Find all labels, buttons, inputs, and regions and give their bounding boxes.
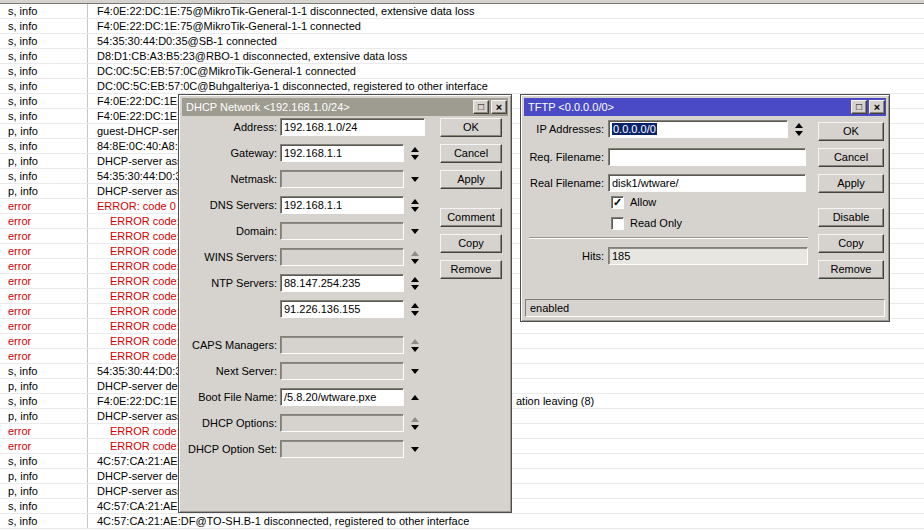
remove-button[interactable]: Remove [818, 260, 884, 279]
log-message-cell: ERROR code: [88, 259, 180, 273]
cancel-button[interactable]: Cancel [818, 148, 884, 167]
tftp-dialog: TFTP <0.0.0.0/0> □ × IP Addresses:0.0.0.… [520, 94, 890, 322]
log-message-cell: F4:0E:22:DC:1E: [88, 109, 180, 123]
dhcp-field-input[interactable] [280, 362, 404, 380]
dhcp-field-input[interactable]: 192.168.1.0/24 [280, 118, 425, 136]
dhcp-dialog-title: DHCP Network <192.168.1.0/24> [186, 101, 350, 113]
spin-up-down-button[interactable] [408, 414, 422, 432]
log-message-cell: DHCP-server ass [88, 484, 183, 498]
log-row[interactable]: s, infoF4:0E:22:DC:1E:75@MikroTik-Genera… [0, 19, 924, 34]
tftp-field-input[interactable] [608, 148, 806, 166]
close-button[interactable]: × [491, 100, 507, 114]
read-only-checkbox[interactable] [611, 217, 624, 230]
log-message-cell: DC:0C:5C:EB:57:0C@MikroTik-General-1 con… [88, 64, 356, 78]
dhcp-field-input[interactable] [280, 170, 404, 188]
spin-up-button[interactable] [408, 388, 422, 406]
up-arrow-icon [795, 123, 803, 128]
down-arrow-icon [411, 155, 419, 160]
dhcp-field-input[interactable] [280, 248, 404, 266]
dhcp-field-input[interactable]: 91.226.136.155 [280, 300, 404, 318]
log-message-cell: ERROR code: [88, 289, 180, 303]
dhcp-field-input[interactable]: /5.8.20/wtware.pxe [280, 388, 404, 406]
disable-button[interactable]: Disable [818, 208, 884, 227]
spin-up-down-button[interactable] [408, 336, 422, 354]
remove-button[interactable]: Remove [440, 260, 502, 279]
spin-up-down-button[interactable] [408, 196, 422, 214]
spin-up-down-button[interactable] [408, 144, 422, 162]
tftp-field-input[interactable]: 0.0.0.0/0 [608, 120, 788, 138]
dhcp-field-input[interactable]: 192.168.1.1 [280, 196, 404, 214]
ok-button[interactable]: OK [440, 118, 502, 137]
log-message-cell: DHCP-server ass [88, 409, 183, 423]
allow-checkbox[interactable]: ✓ [611, 196, 624, 209]
down-arrow-icon [411, 369, 419, 374]
log-message-cell: 4C:57:CA:21:AE: [88, 499, 181, 513]
field-label: Address: [185, 118, 277, 136]
log-row[interactable]: s, infoDC:0C:5C:EB:57:0C@Buhgalteriya-1 … [0, 79, 924, 94]
field-label: Next Server: [185, 362, 277, 380]
log-category-cell: error [0, 259, 88, 273]
log-row[interactable]: s, info4C:57:CA:21:AE:DF@TO-SH.B-1 disco… [0, 514, 924, 529]
close-icon: × [496, 102, 502, 112]
dropdown-button[interactable] [408, 170, 422, 188]
tftp-field-input[interactable]: disk1/wtware/ [608, 174, 806, 192]
tftp-status-bar: enabled [525, 299, 885, 317]
dhcp-field-input[interactable]: 192.168.1.1 [280, 144, 404, 162]
copy-button[interactable]: Copy [440, 234, 502, 253]
log-row[interactable]: s, infoD8:D1:CB:A3:B5:23@RBO-1 disconnec… [0, 49, 924, 64]
dhcp-field-input[interactable] [280, 440, 404, 458]
down-arrow-icon [411, 259, 419, 264]
dropdown-button[interactable] [408, 222, 422, 240]
down-arrow-icon [411, 177, 419, 182]
log-category-cell: error [0, 424, 88, 438]
field-label: Real Filename: [525, 174, 604, 192]
log-category-cell: s, info [0, 514, 88, 528]
maximize-button[interactable]: □ [473, 100, 489, 114]
close-button[interactable]: × [869, 100, 885, 114]
down-arrow-icon [411, 425, 419, 430]
log-row[interactable]: s, infoDC:0C:5C:EB:57:0C@MikroTik-Genera… [0, 64, 924, 79]
log-message-cell: ERROR code: [88, 214, 180, 228]
dhcp-field-input[interactable]: 88.147.254.235 [280, 274, 404, 292]
comment-button[interactable]: Comment [440, 208, 502, 227]
log-category-cell: p, info [0, 379, 88, 393]
spin-up-down-button[interactable] [408, 300, 422, 318]
log-message-cell: F4:0E:22:DC:1E:75@MikroTik-General-1-1 c… [88, 19, 361, 33]
log-category-cell: error [0, 304, 88, 318]
cancel-button[interactable]: Cancel [440, 144, 502, 163]
spin-up-down-button[interactable] [408, 274, 422, 292]
log-message-cell: DC:0C:5C:EB:57:0C@Buhgalteriya-1 disconn… [88, 79, 488, 93]
log-category-cell: error [0, 244, 88, 258]
log-category-cell: error [0, 334, 88, 348]
log-message-cell: DHCP-server dea [88, 469, 184, 483]
down-arrow-icon [411, 347, 419, 352]
log-row[interactable]: s, info54:35:30:44:D0:35@SB-1 connected [0, 34, 924, 49]
dropdown-button[interactable] [408, 440, 422, 458]
log-message-cell: 54:35:30:44:D0:3 [88, 169, 181, 183]
log-row[interactable]: s, infoF4:0E:22:DC:1E:75@MikroTik-Genera… [0, 4, 924, 19]
apply-button[interactable]: Apply [440, 170, 502, 189]
maximize-button[interactable]: □ [851, 100, 867, 114]
log-category-cell: s, info [0, 34, 88, 48]
log-category-cell: s, info [0, 169, 88, 183]
dropdown-button[interactable] [408, 362, 422, 380]
tftp-dialog-titlebar[interactable]: TFTP <0.0.0.0/0> □ × [524, 98, 886, 116]
selected-text: 0.0.0.0/0 [612, 123, 657, 135]
log-message-cell: ERROR code: [88, 439, 180, 453]
hits-label: Hits: [525, 247, 604, 265]
dhcp-field-input[interactable] [280, 222, 404, 240]
log-message-cell: ERROR code: [88, 244, 180, 258]
copy-button[interactable]: Copy [818, 234, 884, 253]
field-label: Domain: [185, 222, 277, 240]
log-category-cell: error [0, 439, 88, 453]
spin-up-down-button[interactable] [792, 120, 806, 138]
ok-button[interactable]: OK [818, 122, 884, 141]
spin-up-down-button[interactable] [408, 248, 422, 266]
dhcp-field-input[interactable] [280, 414, 404, 432]
log-category-cell: error [0, 274, 88, 288]
dhcp-field-input[interactable] [280, 336, 404, 354]
field-label: Gateway: [185, 144, 277, 162]
apply-button[interactable]: Apply [818, 174, 884, 193]
log-message-cell: DHCP-server ass [88, 154, 183, 168]
dhcp-dialog-titlebar[interactable]: DHCP Network <192.168.1.0/24> □ × [182, 98, 508, 116]
